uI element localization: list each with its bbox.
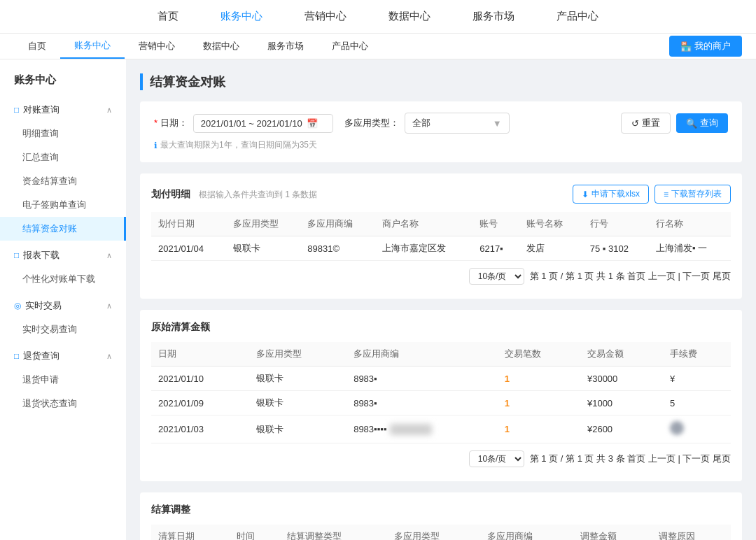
subnav-product[interactable]: 产品中心 xyxy=(318,34,382,58)
original-settlement-header: 原始清算金额 xyxy=(151,321,731,334)
settlement-adjust-table: 清算日期 时间 结算调整类型 多应用类型 多应用商编 调整金额 调整原因 暂无数… xyxy=(151,525,731,540)
blurred-code xyxy=(390,424,432,435)
my-merchant-label: 我的商户 xyxy=(694,40,731,52)
nav-marketing[interactable]: 营销中心 xyxy=(304,10,346,23)
payment-detail-header: 划付明细 根据输入条件共查询到 1 条数据 ⬇ 申请下载xlsx ≡ 下载暂存列… xyxy=(151,185,731,204)
original-settlement-table: 日期 多应用类型 多应用商编 交易笔数 交易金额 手续费 2021/01/10 … xyxy=(151,342,731,443)
sidebar-item-settlement-reconciliation[interactable]: 结算资金对账 xyxy=(0,217,126,241)
apptype-value: 全部 xyxy=(412,117,430,129)
os-app-code-2: 8983▪ xyxy=(346,391,498,415)
settlement-adjust-title: 结算调整 xyxy=(151,504,190,516)
os-fee-3 xyxy=(663,415,731,443)
page-title: 结算资金对账 xyxy=(140,73,742,90)
top-navigation: 首页 账务中心 营销中心 数据中心 服务市场 产品中心 自页 账务中心 营销中心… xyxy=(0,0,756,59)
sidebar-group-reconciliation-label: 对账查询 xyxy=(23,104,59,116)
calendar-icon: 📅 xyxy=(307,118,318,129)
sidebar-group-realtime: ◎ 实时交易 ∧ 实时交易查询 xyxy=(0,294,126,341)
sidebar-group-realtime-header[interactable]: ◎ 实时交易 ∧ xyxy=(0,294,126,318)
payment-detail-section: 划付明细 根据输入条件共查询到 1 条数据 ⬇ 申请下载xlsx ≡ 下载暂存列… xyxy=(140,173,742,299)
download-xlsx-button[interactable]: ⬇ 申请下载xlsx xyxy=(573,185,649,204)
filter-actions: ↺ 重置 🔍 查询 xyxy=(621,113,728,134)
sidebar-item-refund-apply[interactable]: 退货申请 xyxy=(0,368,126,392)
subnav-service[interactable]: 服务市场 xyxy=(253,34,318,58)
subnav-home[interactable]: 自页 xyxy=(14,34,60,58)
os-col-trade-amount: 交易金额 xyxy=(580,342,663,367)
report-icon: □ xyxy=(14,250,19,260)
original-settlement-title-wrap: 原始清算金额 xyxy=(151,321,210,334)
sidebar-group-refund-label: 退货查询 xyxy=(23,350,59,362)
col-bank-name: 行名称 xyxy=(649,212,731,236)
main-nav: 首页 账务中心 营销中心 数据中心 服务市场 产品中心 xyxy=(0,10,756,33)
account-no-cell: 6217▪ xyxy=(472,236,519,261)
os-trade-amount-1: ¥30000 xyxy=(580,367,663,391)
sidebar-item-refund-status[interactable]: 退货状态查询 xyxy=(0,392,126,415)
refund-icon: □ xyxy=(14,351,19,361)
payment-pagination: 10条/页 第 1 页 / 第 1 页 共 1 条 首页 上一页 | 下一页 尾… xyxy=(151,261,731,287)
sidebar-item-fund-settlement-query[interactable]: 资金结算查询 xyxy=(0,169,126,193)
sidebar: 账务中心 □ 对账查询 ∧ 明细查询 汇总查询 资金结算查询 电子签购单查询 结… xyxy=(0,59,126,540)
os-col-fee: 手续费 xyxy=(663,342,731,367)
payment-detail-table-wrap: 划付日期 多应用类型 多应用商编 商户名称 账号 账号名称 行号 行名称 202 xyxy=(151,212,731,261)
realtime-icon: ◎ xyxy=(14,301,21,311)
sidebar-title: 账务中心 xyxy=(0,73,126,98)
os-fee-2: 5 xyxy=(663,391,731,415)
settlement-adjust-table-wrap: 清算日期 时间 结算调整类型 多应用类型 多应用商编 调整金额 调整原因 暂无数… xyxy=(151,525,731,540)
os-col-app-type: 多应用类型 xyxy=(249,342,347,367)
sidebar-item-personalized-download[interactable]: 个性化对账单下载 xyxy=(0,267,126,291)
sa-col-adjust-reason: 调整原因 xyxy=(652,525,731,540)
reset-button[interactable]: ↺ 重置 xyxy=(621,113,671,134)
sidebar-group-refund-header[interactable]: □ 退货查询 ∧ xyxy=(0,344,126,368)
original-settlement-table-wrap: 日期 多应用类型 多应用商编 交易笔数 交易金额 手续费 2021/01/10 … xyxy=(151,342,731,443)
per-page-select-1[interactable]: 10条/页 xyxy=(469,268,524,285)
app-type-cell: 银联卡 xyxy=(226,236,301,261)
col-pay-date: 划付日期 xyxy=(151,212,226,236)
os-app-type-3: 银联卡 xyxy=(249,415,347,443)
filter-card: * 日期： 2021/01/01 ~ 2021/01/10 📅 多应用类型： 全… xyxy=(140,101,742,162)
os-app-code-3: 8983▪▪▪▪ xyxy=(346,415,498,443)
sidebar-group-reconciliation-header[interactable]: □ 对账查询 ∧ xyxy=(0,98,126,122)
refresh-icon: ↺ xyxy=(631,118,639,129)
app-code-cell: 89831© xyxy=(300,236,375,261)
query-button[interactable]: 🔍 查询 xyxy=(676,113,728,133)
reconciliation-icon: □ xyxy=(14,105,19,115)
subnav-data[interactable]: 数据中心 xyxy=(189,34,253,58)
sidebar-item-esign-query[interactable]: 电子签购单查询 xyxy=(0,193,126,217)
sidebar-item-summary-query[interactable]: 汇总查询 xyxy=(0,145,126,169)
os-date-1: 2021/01/10 xyxy=(151,367,249,391)
date-input[interactable]: 2021/01/01 ~ 2021/01/10 📅 xyxy=(193,114,333,133)
sidebar-item-detail-query[interactable]: 明细查询 xyxy=(0,122,126,145)
download-save-button[interactable]: ≡ 下载暂存列表 xyxy=(654,185,731,204)
apptype-select[interactable]: 全部 ▼ xyxy=(405,113,510,134)
sidebar-group-refund: □ 退货查询 ∧ 退货申请 退货状态查询 xyxy=(0,344,126,415)
main-layout: 账务中心 □ 对账查询 ∧ 明细查询 汇总查询 资金结算查询 电子签购单查询 结… xyxy=(0,59,756,540)
filter-date-item: * 日期： 2021/01/01 ~ 2021/01/10 📅 xyxy=(154,114,333,133)
nav-data[interactable]: 数据中心 xyxy=(388,10,430,23)
filter-apptype-item: 多应用类型： 全部 ▼ xyxy=(344,113,510,134)
col-account-no: 账号 xyxy=(472,212,519,236)
date-label: * 日期： xyxy=(154,117,188,129)
subnav-finance[interactable]: 账务中心 xyxy=(60,34,125,59)
per-page-select-2[interactable]: 10条/页 xyxy=(469,450,524,467)
save-icon: ≡ xyxy=(664,190,668,199)
col-app-type: 多应用类型 xyxy=(226,212,301,236)
nav-home[interactable]: 首页 xyxy=(158,10,178,23)
sidebar-group-report-header[interactable]: □ 报表下载 ∧ xyxy=(0,243,126,267)
os-app-type-1: 银联卡 xyxy=(249,367,347,391)
nav-service[interactable]: 服务市场 xyxy=(472,10,514,23)
pay-date-cell: 2021/01/04 xyxy=(151,236,226,261)
os-app-type-2: 银联卡 xyxy=(249,391,347,415)
nav-finance[interactable]: 账务中心 xyxy=(220,10,262,23)
app-code-blurred: 8983▪▪▪▪ xyxy=(354,424,431,435)
page-content: 结算资金对账 * 日期： 2021/01/01 ~ 2021/01/10 📅 多… xyxy=(126,59,756,540)
subnav-marketing[interactable]: 营销中心 xyxy=(125,34,189,58)
sidebar-item-realtime-query[interactable]: 实时交易查询 xyxy=(0,318,126,341)
os-date-2: 2021/01/09 xyxy=(151,391,249,415)
os-app-code-1: 8983▪ xyxy=(346,367,498,391)
os-trade-count-2: 1 xyxy=(498,391,580,415)
my-merchant-button[interactable]: 🏪 我的商户 xyxy=(669,36,742,57)
nav-product[interactable]: 产品中心 xyxy=(556,10,598,23)
apptype-label: 多应用类型： xyxy=(344,117,399,129)
original-settlement-title: 原始清算金额 xyxy=(151,321,210,334)
table-row: 2021/01/10 银联卡 8983▪ 1 ¥30000 ¥ xyxy=(151,367,731,391)
sa-col-time: 时间 xyxy=(230,525,280,540)
